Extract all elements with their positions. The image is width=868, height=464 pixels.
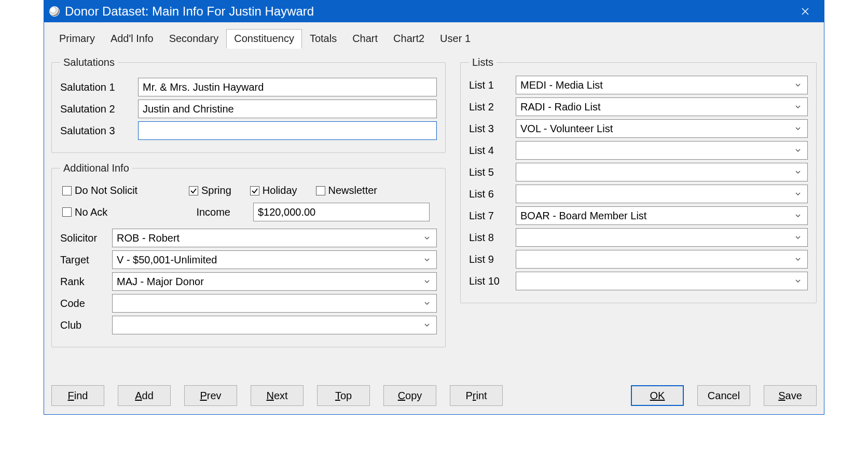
additional-info-panel: Additional Info Do Not Solicit Spring Ho… [51,162,446,347]
spring-label: Spring [201,185,231,196]
list8-label: List 8 [469,232,516,244]
chevron-down-icon [795,234,804,241]
list1-combo[interactable]: MEDI - Media List [516,76,808,94]
list3-combo[interactable]: VOL - Volunteer List [516,119,808,138]
holiday-label: Holiday [263,185,297,196]
list7-label: List 7 [469,210,516,222]
chevron-down-icon [424,322,433,328]
additional-info-legend: Additional Info [60,162,132,174]
list5-label: List 5 [469,166,516,178]
button-bar: Find Add Prev Next Top Copy Print OK Can… [44,377,824,414]
salutation2-label: Salutation 2 [60,103,138,115]
income-input[interactable] [253,203,430,221]
lists-legend: Lists [469,57,497,68]
salutation1-input[interactable] [138,78,437,96]
chevron-down-icon [795,256,804,262]
chevron-down-icon [795,213,804,219]
list1-value: MEDI - Media List [520,79,603,91]
tab-secondary[interactable]: Secondary [161,29,227,49]
tab-chart[interactable]: Chart [345,29,385,49]
list6-label: List 6 [469,188,516,200]
rank-label: Rank [60,276,112,288]
next-button[interactable]: Next [251,385,304,406]
chevron-down-icon [795,169,804,175]
chevron-down-icon [424,300,433,306]
do-not-solicit-checkbox[interactable]: Do Not Solicit [62,185,170,196]
copy-button[interactable]: Copy [383,385,436,406]
chevron-down-icon [795,82,804,88]
holiday-checkbox[interactable]: Holiday [250,185,297,196]
list1-label: List 1 [469,79,516,91]
rank-value: MAJ - Major Donor [117,276,204,288]
club-combo[interactable] [112,316,437,334]
ok-button[interactable]: OK [631,385,684,406]
chevron-down-icon [424,278,433,285]
list2-combo[interactable]: RADI - Radio List [516,97,808,116]
save-button[interactable]: Save [764,385,817,406]
do-not-solicit-label: Do Not Solicit [75,185,137,196]
list7-value: BOAR - Board Member List [520,210,646,222]
tabbar: Primary Add'l Info Secondary Constituenc… [44,22,824,48]
chevron-down-icon [795,147,804,153]
newsletter-label: Newsletter [328,185,377,196]
solicitor-combo[interactable]: ROB - Robert [112,229,437,247]
chevron-down-icon [795,125,804,132]
target-combo[interactable]: V - $50,001-Unlimited [112,250,437,269]
print-button[interactable]: Print [450,385,503,406]
list10-combo[interactable] [516,272,808,290]
newsletter-checkbox[interactable]: Newsletter [316,185,377,196]
list2-value: RADI - Radio List [520,101,601,113]
add-button[interactable]: Add [118,385,171,406]
club-label: Club [60,319,112,331]
spring-checkbox[interactable]: Spring [189,185,231,196]
salutation3-input[interactable] [138,121,437,140]
rank-combo[interactable]: MAJ - Major Donor [112,272,437,291]
tab-chart2[interactable]: Chart2 [385,29,432,49]
list4-combo[interactable] [516,141,808,160]
salutations-panel: Salutations Salutation 1 Salutation 2 Sa… [51,57,446,153]
no-ack-label: No Ack [75,206,107,218]
salutation2-input[interactable] [138,100,437,118]
tab-body: Salutations Salutation 1 Salutation 2 Sa… [51,48,817,377]
prev-button[interactable]: Prev [184,385,237,406]
list8-combo[interactable] [516,228,808,247]
list4-label: List 4 [469,145,516,157]
cancel-button[interactable]: Cancel [697,385,750,406]
close-icon [801,7,809,16]
salutation1-label: Salutation 1 [60,81,138,93]
tab-primary[interactable]: Primary [51,29,103,49]
solicitor-label: Solicitor [60,232,112,244]
lists-panel: Lists List 1 MEDI - Media List List 2 RA… [460,57,817,303]
app-icon [49,6,60,17]
window-title: Donor Dataset: Main Info For Justin Hayw… [65,4,792,19]
chevron-down-icon [795,104,804,110]
target-value: V - $50,001-Unlimited [117,254,217,266]
tab-user1[interactable]: User 1 [432,29,478,49]
list10-label: List 10 [469,275,516,287]
tab-constituency[interactable]: Constituency [226,29,302,49]
list9-combo[interactable] [516,250,808,269]
list3-label: List 3 [469,123,516,135]
code-combo[interactable] [112,294,437,313]
find-button[interactable]: Find [51,385,104,406]
tab-totals[interactable]: Totals [302,29,345,49]
no-ack-checkbox[interactable]: No Ack [62,206,170,218]
chevron-down-icon [424,235,433,241]
find-label-rest: ind [74,390,88,401]
income-label: Income [189,206,230,218]
left-column: Salutations Salutation 1 Salutation 2 Sa… [51,57,446,377]
chevron-down-icon [424,257,433,263]
tab-addl-info[interactable]: Add'l Info [103,29,161,49]
salutations-legend: Salutations [60,57,118,68]
chevron-down-icon [795,278,804,284]
list3-value: VOL - Volunteer List [520,123,613,135]
list6-combo[interactable] [516,185,808,203]
chevron-down-icon [795,191,804,197]
titlebar: Donor Dataset: Main Info For Justin Hayw… [44,1,824,22]
list7-combo[interactable]: BOAR - Board Member List [516,206,808,225]
solicitor-value: ROB - Robert [117,232,180,244]
close-button[interactable] [792,1,819,22]
code-label: Code [60,298,112,310]
list5-combo[interactable] [516,163,808,181]
top-button[interactable]: Top [317,385,370,406]
